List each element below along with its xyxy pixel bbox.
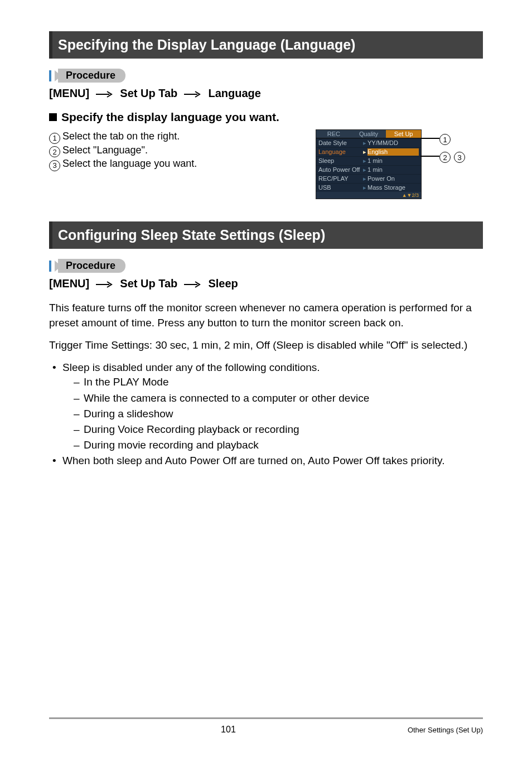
bullet-priority: When both sleep and Auto Power Off are t… (52, 454, 483, 468)
camera-lcd-preview: REC Quality Set Up Date Style▸YY/MM/DD L… (316, 129, 422, 199)
lcd-row-rec-play: REC/PLAY▸Power On (316, 174, 421, 183)
bc-setup: Set Up Tab (120, 277, 177, 290)
step-text: Select "Language". (62, 143, 148, 157)
callout-number: 2 (439, 152, 451, 163)
arrow-icon (96, 88, 114, 100)
bullet-conditions: Sleep is disabled under any of the follo… (52, 360, 483, 452)
bc-setup: Set Up Tab (120, 87, 177, 99)
callout-1: 1 (420, 133, 453, 144)
lcd-row-language: Language▸English (316, 147, 421, 156)
lcd-tab-setup: Set Up (386, 130, 421, 138)
procedure-label: Procedure (58, 69, 125, 83)
lcd-row-sleep: Sleep▸1 min (316, 156, 421, 165)
arrow-icon (184, 278, 202, 291)
step-text: Select the language you want. (62, 157, 197, 170)
lcd-row-auto-power-off: Auto Power Off▸1 min (316, 165, 421, 174)
dash-item: During a slideshow (74, 407, 483, 421)
sleep-para-1: This feature turns off the monitor scree… (49, 301, 483, 330)
lcd-page-indicator: ▲▼2/3 (316, 192, 421, 199)
square-bullet-icon (49, 113, 57, 121)
step-3: 3Select the language you want. (49, 157, 316, 170)
dash-item: While the camera is connected to a compu… (74, 391, 483, 406)
bc-item: Language (208, 87, 260, 99)
callout-2-3: 2 3 (420, 151, 467, 162)
section-heading-language: Specifying the Display Language (Languag… (49, 31, 483, 59)
arrow-icon (184, 88, 202, 100)
callout-number: 3 (454, 152, 465, 163)
procedure-tag: Procedure (49, 69, 483, 83)
dash-item: During movie recording and playback (74, 438, 483, 452)
lcd-row-usb: USB▸Mass Storage (316, 183, 421, 192)
section-heading-sleep: Configuring Sleep State Settings (Sleep) (49, 221, 483, 249)
dash-item: During Voice Recording playback or recor… (74, 422, 483, 437)
page-number: 101 (49, 725, 408, 735)
step-2: 2Select "Language". (49, 143, 316, 157)
lcd-tab-rec: REC (316, 130, 351, 138)
bc-menu: [MENU] (49, 277, 89, 290)
dash-item: In the PLAY Mode (74, 375, 483, 389)
bullet-text: Sleep is disabled under any of the follo… (62, 361, 320, 373)
subheading-specify-lang: Specify the display language you want. (49, 110, 483, 124)
bc-item: Sleep (208, 277, 238, 290)
subheading-text: Specify the display language you want. (61, 110, 279, 124)
lcd-tab-quality: Quality (351, 130, 386, 138)
procedure-label: Procedure (58, 259, 125, 273)
breadcrumb-sleep: [MENU] Set Up Tab Sleep (49, 277, 483, 291)
breadcrumb-language: [MENU] Set Up Tab Language (49, 87, 483, 100)
step-1: 1Select the tab on the right. (49, 129, 316, 143)
sleep-para-2: Trigger Time Settings: 30 sec, 1 min, 2 … (49, 338, 483, 353)
bc-menu: [MENU] (49, 87, 89, 99)
footer-section-name: Other Settings (Set Up) (408, 726, 483, 734)
step-text: Select the tab on the right. (62, 129, 180, 143)
page-footer: 101 Other Settings (Set Up) (49, 717, 483, 735)
lcd-row-date-style: Date Style▸YY/MM/DD (316, 138, 421, 147)
arrow-icon (96, 278, 114, 291)
procedure-tag: Procedure (49, 259, 483, 273)
callout-number: 1 (439, 134, 451, 145)
